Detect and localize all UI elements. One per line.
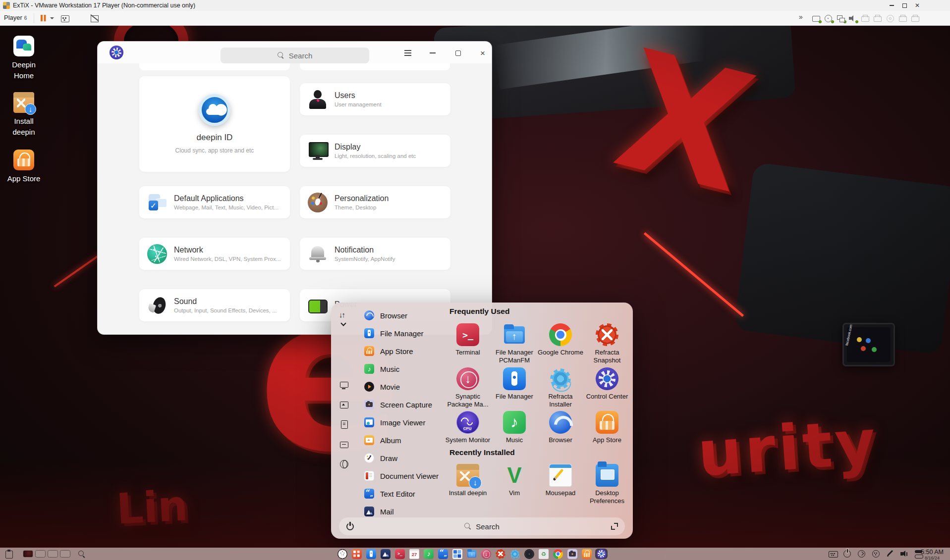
suspend-button-icon[interactable] xyxy=(39,14,48,22)
dock-mail-icon[interactable] xyxy=(381,549,391,559)
settings-card-personalization[interactable]: Personalization Theme, Desktop xyxy=(300,186,450,218)
send-ctrl-alt-del-icon[interactable] xyxy=(60,14,69,22)
fullscreen-icon[interactable] xyxy=(75,14,84,22)
window-minimize-button[interactable] xyxy=(426,47,439,59)
desktop-icon-install-deepin[interactable]: Install deepin xyxy=(0,92,48,138)
settings-card-default-applications[interactable]: Default Applications Webpage, Mail, Text… xyxy=(139,186,290,218)
dock-multitasking-icon[interactable] xyxy=(352,549,362,559)
category-internet-icon[interactable] xyxy=(340,460,348,468)
app-item-album[interactable]: Album xyxy=(362,431,445,449)
settings-card-deepin-id[interactable]: deepin ID Cloud sync, app store and etc xyxy=(139,76,290,172)
tray-keyboard-icon[interactable] xyxy=(829,550,838,558)
dock-refracta-snapshot-icon[interactable] xyxy=(496,549,505,559)
app-item-file-manager[interactable]: File Manager xyxy=(362,324,445,342)
workspace-4[interactable] xyxy=(60,550,70,558)
grid-app-app-store[interactable]: App Store xyxy=(584,411,630,444)
grid-app-refracta-installer[interactable]: Refracta Installer xyxy=(538,367,583,409)
workspace-1[interactable] xyxy=(23,550,33,558)
app-item-screen-capture[interactable]: Screen Capture xyxy=(362,396,445,413)
app-item-document-viewer[interactable]: Document Viewer xyxy=(362,467,445,485)
network-device-icon[interactable] xyxy=(837,14,845,22)
maximize-button[interactable] xyxy=(898,0,911,11)
app-item-movie[interactable]: Movie xyxy=(362,378,445,396)
minimize-button[interactable] xyxy=(885,0,898,11)
category-graphics-icon[interactable] xyxy=(340,401,348,409)
grid-app-system-monitor[interactable]: System Monitor xyxy=(445,411,491,444)
sound-device-icon[interactable] xyxy=(848,14,857,22)
dock-text-editor-icon[interactable] xyxy=(438,549,448,559)
printer-device-icon[interactable] xyxy=(873,14,882,22)
clipboard-icon[interactable] xyxy=(5,550,13,558)
tray-expand-icon[interactable] xyxy=(857,550,866,558)
grid-app-browser[interactable]: Browser xyxy=(538,411,583,444)
grid-app-mousepad[interactable]: Mousepad xyxy=(538,464,583,497)
dock-launcher-icon[interactable] xyxy=(337,549,347,559)
launcher-search-bar[interactable]: Search xyxy=(339,517,625,535)
dock-app-store-icon[interactable] xyxy=(582,549,592,559)
app-item-app-store[interactable]: App Store xyxy=(362,342,445,360)
dock-calendar-icon[interactable]: 27 xyxy=(409,549,419,559)
app-item-browser[interactable]: Browser xyxy=(362,306,445,324)
dock-pcmanfm-icon[interactable] xyxy=(467,549,477,559)
shutdown-icon[interactable] xyxy=(346,522,354,531)
tray-volume-icon[interactable] xyxy=(900,550,909,558)
settings-card-sound[interactable]: Sound Output, Input, Sound Effects, Devi… xyxy=(139,289,290,321)
dock-synaptic-icon[interactable] xyxy=(481,549,491,559)
settings-card-users[interactable]: Users User management xyxy=(300,83,450,115)
close-button[interactable]: ✕ xyxy=(911,0,924,11)
grid-app-desktop-preferences[interactable]: Desktop Preferences xyxy=(584,464,630,506)
menu-button[interactable] xyxy=(401,47,414,59)
clock[interactable]: 5:50 AM 8/16/24 xyxy=(916,549,949,560)
app-item-text-editor[interactable]: Text Editor xyxy=(362,485,445,503)
tray-input-method-icon[interactable] xyxy=(872,550,881,558)
workspace-3[interactable] xyxy=(48,550,58,558)
grid-app-control-center[interactable]: Control Center xyxy=(584,367,630,401)
grid-app-music[interactable]: Music xyxy=(492,411,537,444)
usb-device-icon[interactable] xyxy=(886,14,895,22)
cd-device-icon[interactable] xyxy=(824,14,833,22)
taskbar-search-icon[interactable] xyxy=(78,550,86,558)
dock-window-tiles-icon[interactable] xyxy=(452,549,462,559)
grid-app-file-manager[interactable]: File Manager xyxy=(492,367,537,401)
settings-card-display[interactable]: Display Light, resolution, scaling and e… xyxy=(300,135,450,167)
tray-pen-icon[interactable] xyxy=(886,550,895,558)
grid-app-terminal[interactable]: Terminal xyxy=(445,323,491,356)
hard-disk-device-icon[interactable] xyxy=(812,14,821,22)
dock-terminal-icon[interactable] xyxy=(395,549,405,559)
printer-device-icon[interactable] xyxy=(898,14,907,22)
window-maximize-button[interactable] xyxy=(451,47,464,59)
grid-app-pcmanfm[interactable]: File Manager PCManFM xyxy=(492,323,537,365)
grid-app-google-chrome[interactable]: Google Chrome xyxy=(538,323,583,356)
desktop-icon-app-store[interactable]: App Store xyxy=(0,150,48,184)
dock-control-center-active[interactable] xyxy=(595,549,608,559)
expand-fullscreen-icon[interactable] xyxy=(611,523,618,530)
app-item-music[interactable]: Music xyxy=(362,360,445,378)
dock-disk-utility-icon[interactable] xyxy=(524,549,534,559)
dock-screen-capture-icon[interactable] xyxy=(567,549,577,559)
settings-card-notification[interactable]: Notification SystemNotify, AppNotify xyxy=(300,238,450,270)
toolbar-overflow-icon[interactable]: » xyxy=(799,13,808,21)
app-item-draw[interactable]: Draw xyxy=(362,449,445,467)
settings-card-network[interactable]: Network Wired Network, DSL, VPN, System … xyxy=(139,238,290,270)
printer-device-icon[interactable] xyxy=(911,14,920,22)
category-reading-icon[interactable] xyxy=(340,440,348,449)
category-office-icon[interactable] xyxy=(340,420,348,429)
unity-mode-icon[interactable] xyxy=(90,14,99,22)
printer-device-icon[interactable] xyxy=(861,14,870,22)
search-input[interactable]: Search xyxy=(221,48,369,63)
tray-power-icon[interactable] xyxy=(843,550,852,558)
grid-app-install-deepin[interactable]: Install deepin xyxy=(445,464,491,497)
suspend-dropdown-icon[interactable] xyxy=(50,14,55,22)
grid-app-vim[interactable]: Vim xyxy=(492,464,537,497)
workspace-2[interactable] xyxy=(35,550,46,558)
dock-refracta-installer-icon[interactable] xyxy=(510,550,519,559)
grid-app-synaptic[interactable]: Synaptic Package Ma... xyxy=(445,367,491,409)
sort-order-icon[interactable]: ↓↑ xyxy=(339,310,351,327)
desktop-icon-deepin-home[interactable]: Deepin Home xyxy=(0,36,48,81)
dock-google-chrome-icon[interactable] xyxy=(553,549,563,559)
category-video-icon[interactable] xyxy=(340,381,348,389)
player-menu[interactable]: Player6 xyxy=(4,14,27,21)
app-item-image-viewer[interactable]: Image Viewer xyxy=(362,413,445,431)
grid-app-refracta-snapshot[interactable]: Refracta Snapshot xyxy=(584,323,630,365)
dock-trash-icon[interactable] xyxy=(539,549,549,559)
